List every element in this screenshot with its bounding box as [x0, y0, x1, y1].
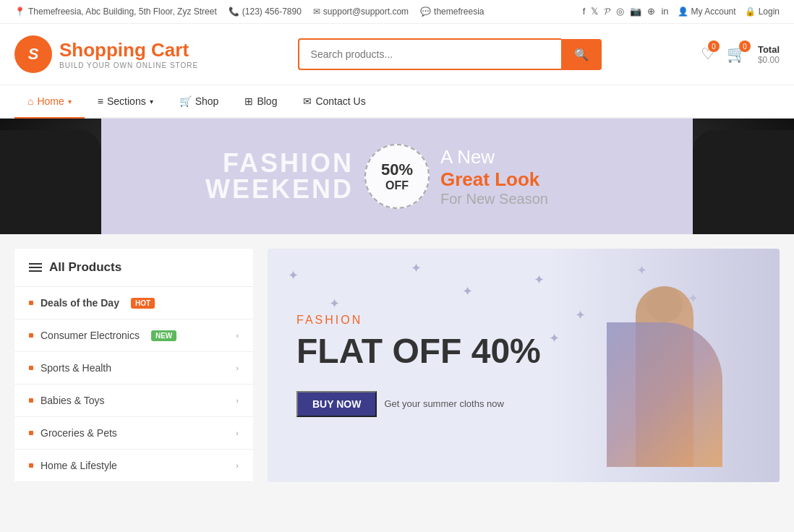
sidebar-item-home[interactable]: Home & Lifestyle › — [14, 450, 253, 482]
total-label: Total — [758, 44, 780, 55]
nav-item-sections[interactable]: ≡ Sections ▾ — [85, 85, 166, 119]
linkedin-icon[interactable]: in — [661, 6, 668, 17]
address: 📍 Themefreesia, Abc Building, 5th Floor,… — [14, 7, 217, 17]
sidebar-title: All Products — [49, 260, 121, 275]
sidebar-item-babies[interactable]: Babies & Toys › — [14, 385, 253, 417]
instagram-icon[interactable]: 📷 — [630, 6, 641, 17]
location-icon: 📍 — [14, 7, 25, 17]
sidebar-item-sports[interactable]: Sports & Health › — [14, 352, 253, 385]
feature-banner-content: FASHION FLAT OFF 40% BUY NOW Get your su… — [268, 292, 570, 439]
star-icon: ✦ — [534, 272, 545, 288]
wishlist-button[interactable]: ♡ 0 — [701, 45, 715, 64]
top-bar: 📍 Themefreesia, Abc Building, 5th Floor,… — [0, 0, 794, 24]
wishlist-badge: 0 — [708, 40, 720, 52]
banner-off: OFF — [385, 179, 409, 192]
sidebar-item-electronics[interactable]: Consumer Electronics NEW › — [14, 319, 253, 352]
search-button[interactable]: 🔍 — [561, 39, 602, 70]
logo-subtitle: BUILD YOUR OWN ONLINE STORE — [59, 61, 198, 69]
bullet-icon — [29, 301, 33, 305]
banner-season: For New Season — [440, 191, 548, 207]
cart-button[interactable]: 🛒 0 — [727, 45, 746, 64]
banner-left-model — [0, 119, 101, 234]
nav-item-blog[interactable]: ⊞ Blog — [231, 85, 290, 119]
top-bar-contact: 📍 Themefreesia, Abc Building, 5th Floor,… — [14, 7, 484, 17]
hamburger-icon — [29, 263, 42, 272]
star-icon: ✦ — [288, 267, 299, 283]
home-icon: ⌂ — [27, 95, 33, 107]
blog-icon: ⊞ — [244, 95, 253, 107]
login-link[interactable]: 🔒 Login — [745, 7, 780, 17]
my-account-link[interactable]: 👤 My Account — [678, 7, 736, 17]
sections-icon: ≡ — [98, 95, 103, 107]
sidebar-item-electronics-left: Consumer Electronics NEW — [29, 330, 176, 341]
search-bar: 🔍 — [298, 38, 602, 70]
chevron-down-icon: ▾ — [68, 98, 72, 106]
groceries-label: Groceries & Pets — [40, 427, 117, 439]
phone: 📞 (123) 456-7890 — [229, 7, 302, 17]
banner-right-model — [693, 119, 794, 234]
feature-get-label: Get your summer cloths now — [384, 398, 503, 409]
phone-icon: 📞 — [229, 7, 239, 17]
logo-icon: S — [14, 35, 52, 73]
hero-banner: FASHION WEEKEND 50% OFF A New Great Look… — [0, 119, 794, 234]
feature-fashion-label: FASHION — [296, 314, 541, 327]
pinterest-icon[interactable]: 𝓟 — [604, 6, 610, 17]
sidebar-item-sports-left: Sports & Health — [29, 362, 111, 374]
bullet-icon — [29, 333, 33, 338]
banner-pct: 50% — [381, 160, 413, 179]
babies-label: Babies & Toys — [40, 395, 104, 406]
logo-title: Shopping Cart — [59, 39, 198, 61]
social-icons: f 𝕏 𝓟 ◎ 📷 ⊕ in — [583, 6, 669, 17]
buy-now-button[interactable]: BUY NOW — [296, 391, 377, 417]
feature-model — [549, 249, 780, 482]
model-figure — [592, 265, 737, 467]
deals-label: Deals of the Day — [40, 297, 119, 309]
header-right: ♡ 0 🛒 0 Total $0.00 — [701, 44, 780, 65]
star-icon: ✦ — [411, 260, 422, 276]
dribbble-icon[interactable]: ◎ — [616, 6, 624, 17]
sidebar-item-deals-left: Deals of the Day HOT — [29, 297, 155, 309]
cart-total: Total $0.00 — [758, 44, 780, 65]
skype-icon: 💬 — [420, 7, 431, 17]
bullet-icon — [29, 431, 33, 435]
home-label: Home & Lifestyle — [40, 460, 117, 471]
sidebar-item-groceries[interactable]: Groceries & Pets › — [14, 417, 253, 450]
email: ✉ support@support.com — [313, 7, 409, 17]
bullet-icon — [29, 398, 33, 403]
sidebar-item-home-left: Home & Lifestyle — [29, 460, 117, 471]
banner-text-left: FASHION WEEKEND — [101, 150, 397, 202]
hot-badge: HOT — [131, 298, 155, 309]
sidebar-item-deals[interactable]: Deals of the Day HOT — [14, 287, 253, 319]
header: S Shopping Cart BUILD YOUR OWN ONLINE ST… — [0, 24, 794, 85]
chevron-down-icon: ▾ — [150, 98, 153, 106]
chevron-right-icon: › — [236, 396, 239, 405]
sidebar: All Products Deals of the Day HOT Consum… — [14, 249, 253, 482]
flickr-icon[interactable]: ⊕ — [647, 6, 655, 17]
chevron-right-icon: › — [236, 461, 239, 470]
main-content: All Products Deals of the Day HOT Consum… — [0, 234, 794, 497]
banner-circle: 50% OFF — [364, 144, 430, 209]
bullet-icon — [29, 366, 33, 370]
banner-text-right: A New Great Look For New Season — [397, 146, 693, 207]
top-bar-right: f 𝕏 𝓟 ◎ 📷 ⊕ in 👤 My Account 🔒 Login — [583, 6, 780, 17]
shop-icon: 🛒 — [179, 95, 192, 107]
nav-item-shop[interactable]: 🛒 Shop — [166, 85, 232, 119]
bullet-icon — [29, 463, 33, 468]
logo[interactable]: S Shopping Cart BUILD YOUR OWN ONLINE ST… — [14, 35, 198, 73]
banner-great-look: Great Look — [440, 168, 539, 191]
chevron-right-icon: › — [236, 429, 239, 437]
contact-icon: ✉ — [303, 95, 312, 107]
nav-item-home[interactable]: ⌂ Home ▾ — [14, 85, 85, 119]
nav-item-contact[interactable]: ✉ Contact Us — [290, 85, 378, 119]
banner-new: A New — [440, 146, 495, 168]
chevron-right-icon: › — [236, 331, 239, 340]
chevron-right-icon: › — [236, 364, 239, 372]
sports-label: Sports & Health — [40, 362, 111, 374]
twitter-icon[interactable]: 𝕏 — [591, 6, 598, 17]
account-icon: 👤 — [678, 7, 688, 17]
lock-icon: 🔒 — [745, 7, 756, 17]
logo-text: Shopping Cart BUILD YOUR OWN ONLINE STOR… — [59, 39, 198, 69]
search-input[interactable] — [298, 38, 561, 70]
sidebar-item-babies-left: Babies & Toys — [29, 395, 104, 406]
facebook-icon[interactable]: f — [583, 6, 586, 17]
